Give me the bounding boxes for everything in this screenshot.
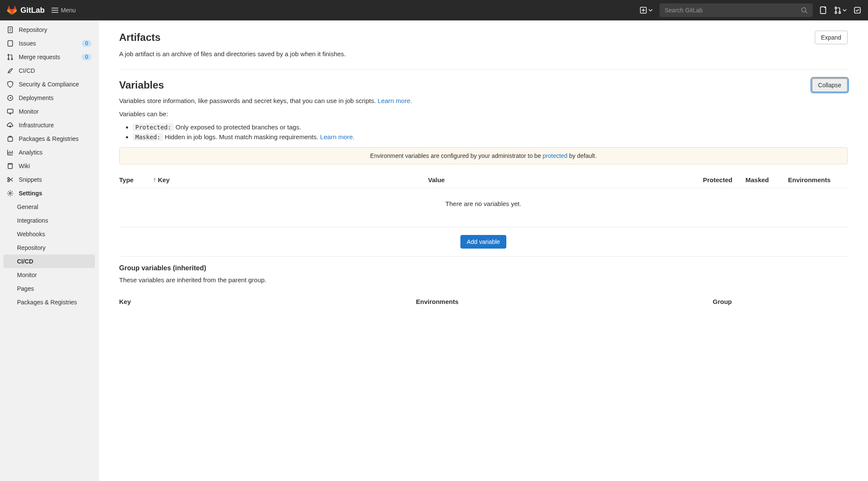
sidebar-subitem-repository[interactable]: Repository	[0, 241, 98, 255]
merge-requests-nav-icon[interactable]	[834, 6, 847, 14]
cloud-icon	[7, 122, 14, 129]
menu-label: Menu	[61, 7, 76, 14]
sidebar-subitem-packages[interactable]: Packages & Registries	[0, 295, 98, 309]
sidebar-subitem-general[interactable]: General	[0, 200, 98, 214]
learn-more-link[interactable]: Learn more.	[378, 97, 412, 104]
gitlab-icon	[7, 5, 17, 15]
sidebar-label: Deployments	[19, 94, 91, 101]
col-key[interactable]: ↑ Key	[153, 176, 428, 183]
hamburger-icon	[51, 8, 58, 13]
artifacts-title: Artifacts	[119, 31, 160, 43]
sidebar-subitem-integrations[interactable]: Integrations	[0, 214, 98, 227]
protected-alert-banner: Environment variables are configured by …	[119, 147, 848, 164]
shield-icon	[7, 81, 14, 88]
sidebar-item-infrastructure[interactable]: Infrastructure	[0, 118, 98, 132]
sidebar-label: Issues	[19, 40, 77, 47]
sidebar-item-security[interactable]: Security & Compliance	[0, 77, 98, 91]
plus-square-icon	[640, 7, 647, 14]
variables-title: Variables	[119, 79, 164, 91]
group-variables-table-header: Key Environments Group	[119, 293, 848, 309]
sidebar-item-cicd[interactable]: CI/CD	[0, 64, 98, 77]
masked-tag: Masked:	[133, 133, 163, 141]
brand-name: GitLab	[20, 6, 45, 15]
expand-artifacts-button[interactable]: Expand	[815, 31, 848, 44]
svg-rect-8	[8, 41, 13, 46]
top-navigation: GitLab Menu	[0, 0, 868, 20]
sidebar-subitem-monitor[interactable]: Monitor	[0, 268, 98, 282]
sidebar-label: Repository	[19, 26, 91, 33]
gitlab-logo[interactable]: GitLab	[7, 5, 45, 15]
col-masked[interactable]: Masked	[745, 176, 788, 183]
chart-icon	[7, 149, 14, 156]
col-protected[interactable]: Protected	[703, 176, 745, 183]
main-content: Artifacts Expand A job artifact is an ar…	[99, 20, 868, 481]
scissors-icon	[7, 176, 14, 183]
variables-table: Type ↑ Key Value Protected Masked Enviro…	[119, 171, 848, 219]
variables-table-header: Type ↑ Key Value Protected Masked Enviro…	[119, 171, 848, 188]
menu-button[interactable]: Menu	[51, 7, 76, 14]
variables-empty-message: There are no variables yet.	[119, 188, 848, 219]
variables-section: Variables Collapse Variables store infor…	[119, 78, 848, 309]
issue-icon	[7, 40, 14, 47]
search-icon	[801, 7, 808, 14]
gcol-key[interactable]: Key	[119, 298, 416, 305]
sidebar-label: Snippets	[19, 176, 91, 183]
sidebar-settings-submenu: General Integrations Webhooks Repository…	[0, 200, 98, 309]
gcol-group[interactable]: Group	[713, 298, 848, 305]
sidebar-item-wiki[interactable]: Wiki	[0, 159, 98, 173]
group-variables-section: Group variables (inherited) These variab…	[119, 264, 848, 309]
sort-ascending-icon: ↑	[153, 176, 156, 183]
mr-count-badge: 0	[82, 54, 91, 60]
col-type[interactable]: Type	[119, 176, 153, 183]
todo-nav-icon[interactable]	[854, 6, 861, 14]
sidebar-item-analytics[interactable]: Analytics	[0, 146, 98, 159]
sidebar-item-settings[interactable]: Settings	[0, 186, 98, 200]
svg-point-3	[835, 7, 837, 9]
protected-tag: Protected:	[133, 123, 174, 131]
sidebar-item-deployments[interactable]: Deployments	[0, 91, 98, 105]
issues-nav-icon[interactable]	[819, 6, 827, 14]
col-value[interactable]: Value	[428, 176, 703, 183]
variable-type-protected: Protected: Only exposed to protected bra…	[133, 123, 848, 131]
artifacts-description: A job artifact is an archive of files an…	[119, 49, 848, 59]
svg-point-10	[8, 58, 9, 60]
book-icon	[7, 163, 14, 169]
create-new-button[interactable]	[640, 7, 653, 14]
variable-type-masked: Masked: Hidden in job logs. Must match m…	[133, 133, 848, 140]
col-environments[interactable]: Environments	[788, 176, 848, 183]
svg-point-1	[802, 8, 806, 12]
collapse-variables-button[interactable]: Collapse	[812, 78, 848, 92]
search-box[interactable]	[660, 3, 813, 17]
package-icon	[7, 135, 14, 142]
sidebar-item-snippets[interactable]: Snippets	[0, 173, 98, 186]
svg-point-4	[835, 12, 837, 14]
artifacts-section: Artifacts Expand A job artifact is an ar…	[119, 31, 848, 59]
svg-rect-13	[8, 109, 13, 113]
sidebar-item-monitor[interactable]: Monitor	[0, 105, 98, 118]
protected-link[interactable]: protected	[542, 152, 567, 159]
file-icon	[7, 26, 14, 33]
gear-icon	[7, 190, 14, 197]
gcol-environments[interactable]: Environments	[416, 298, 712, 305]
sidebar-item-repository[interactable]: Repository	[0, 23, 98, 37]
chevron-down-icon	[842, 8, 847, 12]
sidebar-item-packages[interactable]: Packages & Registries	[0, 132, 98, 146]
svg-rect-14	[8, 137, 13, 141]
learn-more-masked-link[interactable]: Learn more.	[320, 133, 354, 140]
svg-point-17	[8, 180, 9, 182]
deployment-icon	[7, 94, 14, 101]
sidebar-label: Packages & Registries	[19, 135, 91, 142]
sidebar-label: Settings	[19, 190, 91, 197]
sidebar-subitem-cicd[interactable]: CI/CD	[3, 255, 95, 268]
sidebar-item-issues[interactable]: Issues 0	[0, 37, 98, 50]
chevron-down-icon	[648, 8, 653, 12]
svg-point-5	[839, 12, 840, 14]
sidebar-subitem-webhooks[interactable]: Webhooks	[0, 227, 98, 241]
sidebar-item-merge-requests[interactable]: Merge requests 0	[0, 50, 98, 64]
group-variables-description: These variables are inherited from the p…	[119, 276, 848, 283]
sidebar-subitem-pages[interactable]: Pages	[0, 282, 98, 295]
svg-point-18	[9, 192, 11, 194]
add-variable-button[interactable]: Add variable	[460, 235, 506, 249]
search-input[interactable]	[665, 7, 801, 14]
group-variables-title: Group variables (inherited)	[119, 264, 848, 272]
